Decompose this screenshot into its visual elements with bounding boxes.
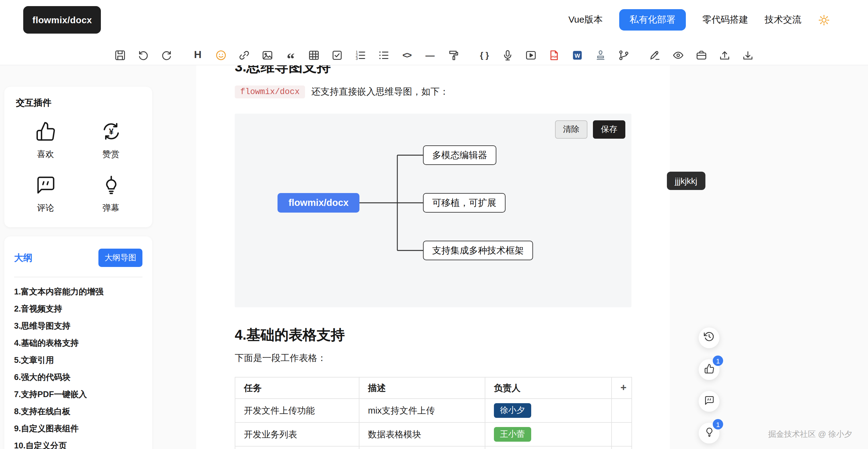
document-canvas: 3.思维导图支持 flowmix/docx 还支持直接嵌入思维导图，如下： 清除… [196, 65, 670, 449]
upload-icon[interactable] [717, 47, 732, 62]
git-branch-icon[interactable] [617, 47, 631, 62]
divider-icon[interactable]: — [423, 47, 437, 62]
cell-add[interactable] [612, 422, 632, 446]
nav-vue-version-link[interactable]: Vue版本 [568, 14, 603, 26]
cell-add[interactable] [612, 398, 632, 422]
cell-owner[interactable]: 徐小夕 [485, 398, 612, 422]
interactive-plugins-card: 交互插件 喜欢 ¥ 赞赏 评 [4, 87, 152, 227]
link-icon[interactable] [237, 47, 251, 62]
svg-text:¥: ¥ [109, 127, 114, 136]
preview-eye-icon[interactable] [671, 47, 685, 62]
cell-desc[interactable] [359, 446, 485, 449]
svg-text:3: 3 [356, 56, 358, 61]
emoji-icon[interactable] [214, 47, 228, 62]
checkbox-icon[interactable] [330, 47, 344, 62]
history-fab[interactable] [699, 327, 719, 348]
save-icon[interactable] [113, 47, 127, 62]
heading-icon[interactable]: H [190, 47, 205, 62]
owner-badge: 徐小夕 [494, 403, 531, 418]
idea-count-badge: 1 [713, 419, 723, 429]
inline-code-tag: flowmix/docx [235, 86, 305, 98]
outline-item-10[interactable]: 10.自定义分页 [14, 438, 143, 449]
table-row: 开发业务列表 数据表格模块 王小蕾 [235, 422, 632, 446]
format-brush-icon[interactable] [446, 47, 461, 62]
left-sidebar: 交互插件 喜欢 ¥ 赞赏 评 [4, 87, 152, 449]
quote-icon[interactable]: “ [283, 52, 298, 67]
cell-task[interactable] [235, 446, 359, 449]
pdf-icon[interactable]: PDF [547, 47, 561, 62]
mindmap-intro-text: 还支持直接嵌入思维导图，如下： [311, 86, 449, 98]
mindmap-root-node[interactable]: flowmix/docx [278, 193, 360, 213]
undo-icon[interactable] [136, 47, 151, 62]
ordered-list-icon[interactable]: 123 [353, 47, 368, 62]
plugin-comment[interactable]: 评论 [13, 175, 78, 214]
outline-mindmap-button[interactable]: 大纲导图 [98, 249, 143, 267]
app-root: flowmix/docx Vue版本 私有化部署 零代码搭建 技术交流 H [0, 0, 868, 449]
navbar-links: Vue版本 私有化部署 零代码搭建 技术交流 [568, 9, 830, 31]
lightbulb-icon [704, 427, 714, 440]
word-icon[interactable]: W [570, 47, 585, 62]
outline-item-9[interactable]: 9.自定义图表组件 [14, 420, 143, 438]
cell-owner[interactable] [485, 446, 612, 449]
mindmap-clear-button[interactable]: 清除 [555, 120, 587, 139]
toolbox-icon[interactable] [694, 47, 709, 62]
comment-fab[interactable] [699, 391, 719, 412]
signature-icon[interactable] [648, 47, 662, 62]
table-icon[interactable] [307, 47, 321, 62]
inline-code-icon[interactable]: <> [400, 47, 414, 62]
microphone-icon[interactable] [500, 47, 515, 62]
nav-tech-community-link[interactable]: 技术交流 [765, 14, 801, 26]
seal-icon[interactable] [593, 47, 608, 62]
mindmap-node-1[interactable]: 多模态编辑器 [423, 146, 496, 165]
code-block-icon[interactable]: { } [477, 47, 492, 62]
idea-fab[interactable]: 1 [699, 423, 719, 444]
cell-task[interactable]: 开发业务列表 [235, 422, 359, 446]
cell-desc[interactable]: mix支持文件上传 [359, 398, 485, 422]
nav-private-deploy-button[interactable]: 私有化部署 [619, 9, 686, 31]
unordered-list-icon[interactable] [376, 47, 391, 62]
history-icon [704, 331, 715, 345]
work-table: 任务 描述 负责人 + 开发文件上传功能 mix支持文件上传 徐小夕 开发业务列… [235, 377, 632, 449]
plugin-reward[interactable]: ¥ 赞赏 [78, 121, 144, 160]
redo-icon[interactable] [159, 47, 174, 62]
outline-item-7[interactable]: 7.支持PDF一键嵌入 [14, 386, 143, 403]
thumbs-up-icon [35, 121, 56, 144]
comment-icon [35, 175, 56, 198]
like-fab[interactable]: 1 [699, 359, 719, 380]
cell-add[interactable] [612, 446, 632, 449]
thumbs-up-icon [704, 363, 714, 376]
outline-item-3[interactable]: 3.思维导图支持 [14, 318, 143, 335]
plugin-reward-label: 赞赏 [102, 149, 120, 160]
comment-icon [704, 395, 714, 408]
plugins-grid: 喜欢 ¥ 赞赏 评论 弹 [13, 121, 144, 214]
mindmap-node-3[interactable]: 支持集成多种技术框架 [423, 241, 533, 260]
table-header-task[interactable]: 任务 [235, 377, 359, 398]
outline-item-1[interactable]: 1.富文本内容能力的增强 [14, 284, 143, 300]
outline-item-8[interactable]: 8.支持在线白板 [14, 403, 143, 420]
cell-owner[interactable]: 王小蕾 [485, 422, 612, 446]
video-icon[interactable] [524, 47, 538, 62]
mindmap-actions: 清除 保存 [555, 120, 625, 139]
table-header-desc[interactable]: 描述 [359, 377, 485, 398]
image-icon[interactable] [260, 47, 275, 62]
outline-item-2[interactable]: 2.音视频支持 [14, 300, 143, 318]
outline-item-5[interactable]: 5.文章引用 [14, 352, 143, 369]
table-add-column-button[interactable]: + [612, 377, 632, 398]
outline-item-6[interactable]: 6.强大的代码块 [14, 369, 143, 386]
plugin-danmaku-label: 弹幕 [102, 203, 120, 214]
community-watermark: 掘金技术社区 @ 徐小夕 [768, 429, 852, 440]
cell-desc[interactable]: 数据表格模块 [359, 422, 485, 446]
mindmap-node-2[interactable]: 可移植，可扩展 [423, 193, 505, 213]
table-header-owner[interactable]: 负责人 [485, 377, 612, 398]
plugin-like[interactable]: 喜欢 [13, 121, 78, 160]
outline-item-4[interactable]: 4.基础的表格支持 [14, 335, 143, 352]
download-icon[interactable] [741, 47, 755, 62]
mindmap-save-button[interactable]: 保存 [593, 120, 625, 139]
nav-nocode-builder-link[interactable]: 零代码搭建 [702, 14, 748, 26]
tab-outline[interactable]: 大纲 [14, 252, 32, 264]
plugin-like-label: 喜欢 [37, 149, 54, 160]
plugin-danmaku[interactable]: 弹幕 [78, 175, 144, 214]
theme-toggle-sun-icon[interactable] [818, 14, 830, 26]
mindmap-intro: flowmix/docx 还支持直接嵌入思维导图，如下： [235, 86, 631, 98]
cell-task[interactable]: 开发文件上传功能 [235, 398, 359, 422]
